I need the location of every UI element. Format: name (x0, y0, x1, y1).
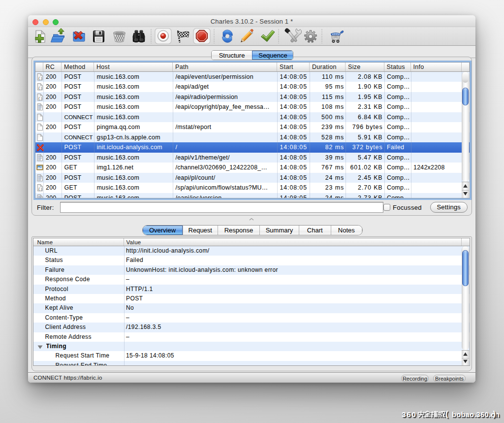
svg-text:{): {) (38, 187, 43, 191)
svg-text:{): {) (38, 86, 43, 90)
svg-text:{): {) (38, 76, 43, 80)
svg-text:{): {) (38, 96, 43, 100)
